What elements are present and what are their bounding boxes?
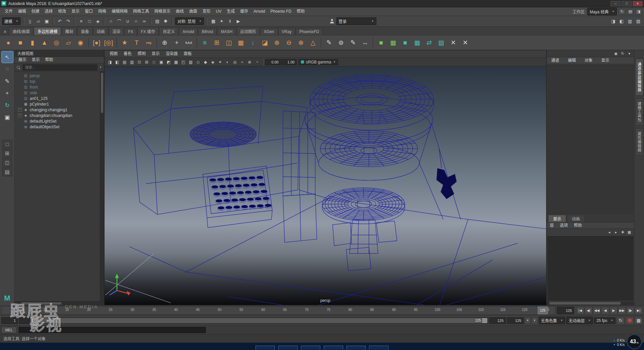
viewport-menu-渲染器[interactable]: 渲染器 xyxy=(163,50,181,57)
sidebar-toggle-toolsettings-icon[interactable]: ▥ xyxy=(626,18,634,25)
poly-plane-icon[interactable]: ▱ xyxy=(63,37,74,48)
taskbar-item[interactable] xyxy=(301,346,320,350)
camera-attributes-icon[interactable]: ▤ xyxy=(121,59,128,65)
outliner-item-defaultLightSet[interactable]: ◎defaultLightSet xyxy=(15,118,100,124)
two-pane-layout-button[interactable]: ◫ xyxy=(2,158,12,167)
shelf-tab-动画[interactable]: 动画 xyxy=(93,27,108,35)
layer-menu-帮助[interactable]: 帮助 xyxy=(571,222,585,229)
menu-item-编辑网格[interactable]: 编辑网格 xyxy=(109,7,130,16)
type-tool-icon[interactable]: T xyxy=(131,37,142,48)
layer-editor-tab-显示[interactable]: 显示 xyxy=(548,215,566,222)
sync-status-icon[interactable]: ↻ xyxy=(620,51,625,56)
resolution-gate-icon[interactable]: ▣ xyxy=(158,59,165,65)
sidebar-toggle-outliner-icon[interactable]: ▤ xyxy=(635,18,642,25)
poly-bridge-icon[interactable]: ◫ xyxy=(223,37,234,48)
close-button[interactable]: ✕ xyxy=(633,1,643,6)
select-component-icon[interactable]: ◈ xyxy=(94,18,102,25)
shelf-tab-VRay[interactable]: VRay xyxy=(278,28,295,35)
animation-start-field[interactable]: 1 xyxy=(1,317,18,324)
colorspace-dropdown[interactable]: sRGB gamma ▼ xyxy=(299,59,338,65)
outliner-item-pCylinder1[interactable]: ▦pCylinder1 xyxy=(15,101,100,107)
construction-history-icon[interactable]: ✱ xyxy=(162,18,169,25)
shelf-tab-Arnold[interactable]: Arnold xyxy=(179,28,198,35)
outliner-item-side[interactable]: ◫side xyxy=(15,90,100,96)
current-frame-field[interactable]: 125 xyxy=(557,307,574,314)
construction-plane-icon[interactable]: ⊕ xyxy=(159,37,170,48)
lasso-tool[interactable]: ◌ xyxy=(2,63,13,75)
menu-item-帮助[interactable]: 帮助 xyxy=(294,7,307,16)
outliner-menu-帮助[interactable]: 帮助 xyxy=(43,57,55,63)
exposure-field[interactable]: 0.00 xyxy=(265,59,281,65)
motion-blur-icon[interactable]: ≈ xyxy=(239,59,246,65)
render-settings-icon[interactable]: ▶ xyxy=(235,18,242,25)
shelf-tab-XGen[interactable]: XGen xyxy=(260,28,278,35)
shelf-tab-PhoenixFD[interactable]: PhoenixFD xyxy=(296,28,323,35)
poly-cube-icon[interactable]: ■ xyxy=(15,37,26,48)
current-frame-marker[interactable]: 125 xyxy=(538,307,548,314)
taskbar-item[interactable] xyxy=(369,346,388,350)
ipr-render-icon[interactable]: ‖ xyxy=(226,18,234,25)
workspace-lock-icon[interactable]: ◨ xyxy=(635,9,642,15)
snap-point-icon[interactable]: ∪ xyxy=(124,18,131,25)
new-scene-icon[interactable]: ▯ xyxy=(26,18,34,25)
side-tab-属性编辑器[interactable]: 属性编辑器 xyxy=(635,128,643,156)
outliner-item-top[interactable]: ◫top xyxy=(15,78,100,84)
menu-item-网格[interactable]: 网格 xyxy=(96,7,109,16)
menu-item-文件[interactable]: 文件 xyxy=(2,7,15,16)
platonic-solid-icon[interactable]: [●] xyxy=(91,37,102,48)
poly-array-icon[interactable]: ▦ xyxy=(235,37,247,48)
playback-end-field[interactable]: 125 xyxy=(489,317,506,324)
taskbar-item[interactable] xyxy=(324,346,343,350)
film-gate-icon[interactable]: □ xyxy=(151,59,157,65)
crease-tool-icon[interactable]: ✕ xyxy=(448,37,459,48)
multi-cut-icon[interactable]: ✎ xyxy=(323,37,335,48)
shelf-menu-icon[interactable]: ≡ xyxy=(1,28,9,35)
poly-cone-icon[interactable]: ▲ xyxy=(39,37,50,48)
menu-item-窗口[interactable]: 窗口 xyxy=(82,7,96,16)
zero-pivot-icon[interactable]: 0,0,0 xyxy=(183,37,194,48)
move-tool[interactable]: + xyxy=(2,88,13,99)
poly-torus-icon[interactable]: ◎ xyxy=(51,37,62,48)
outliner-item-chuangdian:chuangdian[interactable]: +◈chuangdian:chuangdian xyxy=(15,113,100,118)
bookmark-icon[interactable]: ▥ xyxy=(129,59,135,65)
undo-icon[interactable]: ↶ xyxy=(56,18,63,25)
shelf-tab-MASH[interactable]: MASH xyxy=(217,28,236,35)
viewport-menu-显示[interactable]: 显示 xyxy=(149,50,163,57)
animation-end-field[interactable]: 125 xyxy=(507,317,524,324)
playback-loop-button[interactable]: ↻ xyxy=(617,317,625,324)
side-tab-通道盒/层编辑器[interactable]: 通道盒/层编辑器 xyxy=(635,59,643,96)
play-forwards-button[interactable]: ▶ xyxy=(610,307,618,314)
menu-item-曲面[interactable]: 曲面 xyxy=(186,7,200,16)
playback-option-caret-icon[interactable]: ▼ xyxy=(525,317,531,324)
workspace-dropdown[interactable]: Maya 经典▼ xyxy=(587,8,617,15)
shelf-tab-FX 缓存[interactable]: FX 缓存 xyxy=(137,27,159,35)
range-slider-handle[interactable] xyxy=(482,318,487,323)
go-to-start-button[interactable]: |◀ xyxy=(576,307,584,314)
outliner-persp-layout-button[interactable]: ▤ xyxy=(2,168,12,176)
make-live-icon[interactable]: ≃ xyxy=(141,18,148,25)
shaded-icon[interactable]: ◆ xyxy=(202,59,209,65)
menu-item-缓存[interactable]: 缓存 xyxy=(237,7,251,16)
outliner-menu-展示[interactable]: 展示 xyxy=(16,57,29,63)
login-badge-icon[interactable]: ◉ xyxy=(613,51,619,56)
sweep-mesh-icon[interactable]: ≡ xyxy=(199,37,210,48)
anim-layer-dropdown[interactable]: 无动画层▼ xyxy=(566,317,593,324)
character-set-caret-icon[interactable]: ▼ xyxy=(532,317,538,324)
retopologize-icon[interactable]: ▦ xyxy=(412,37,423,48)
ambient-occlusion-icon[interactable]: ◎ xyxy=(231,59,238,65)
channel-box-menu-显示[interactable]: 显示 xyxy=(597,57,614,64)
redo-icon[interactable]: ↷ xyxy=(64,18,72,25)
fps-dropdown[interactable]: 25 fps▼ xyxy=(594,317,616,324)
play-backwards-button[interactable]: ◀ xyxy=(601,307,609,314)
sidebar-toggle-attribute-icon[interactable]: ◧ xyxy=(618,18,625,25)
outliner-item-changjing:changjing1[interactable]: +◈changjing:changjing1 xyxy=(15,107,100,113)
open-scene-icon[interactable]: ▱ xyxy=(35,18,42,25)
super-ellipse-icon[interactable]: [◎] xyxy=(103,37,114,48)
menu-item-曲线[interactable]: 曲线 xyxy=(173,7,186,16)
svg-tool-icon[interactable]: svg xyxy=(143,37,154,48)
range-slider-track[interactable]: 125 xyxy=(37,317,488,324)
channel-box-menu-对象[interactable]: 对象 xyxy=(580,57,597,64)
step-back-key-button[interactable]: ◀| xyxy=(585,307,593,314)
menu-item-选择[interactable]: 选择 xyxy=(42,7,55,16)
shelf-tab-FX[interactable]: FX xyxy=(124,28,137,35)
